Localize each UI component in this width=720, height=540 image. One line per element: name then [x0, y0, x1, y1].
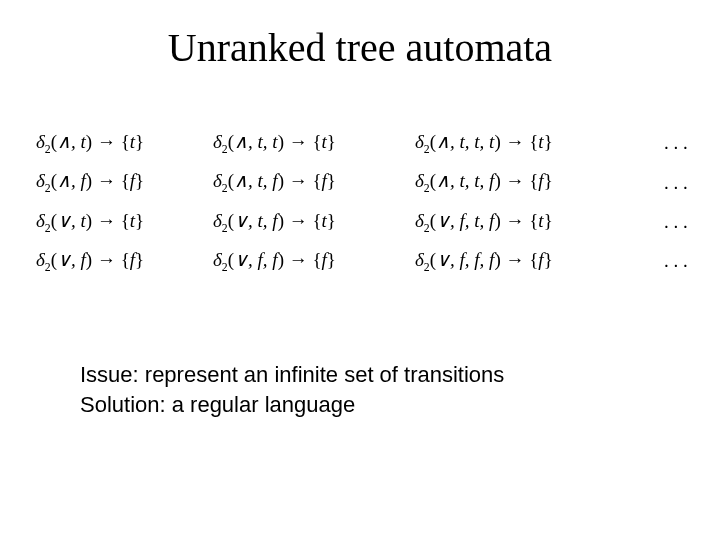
formula-cell: δ2(∨, t) → {t}: [35, 207, 212, 238]
caption-line-1: Issue: represent an infinite set of tran…: [80, 360, 504, 390]
ellipsis: . . .: [662, 167, 695, 198]
slide: Unranked tree automata δ2(∧, t) → {t}δ2(…: [0, 0, 720, 540]
formula-row: δ2(∧, t) → {t}δ2(∧, t, t) → {t}δ2(∧, t, …: [35, 128, 695, 159]
formula-cell: δ2(∧, t, f) → {f}: [212, 167, 414, 198]
formula-cell: δ2(∨, f) → {f}: [35, 246, 212, 277]
formula-cell: δ2(∧, t, t) → {t}: [212, 128, 414, 159]
formula-row: δ2(∧, f) → {f}δ2(∧, t, f) → {f}δ2(∧, t, …: [35, 167, 695, 198]
ellipsis: . . .: [662, 246, 695, 277]
formula-cell: δ2(∨, f, t, f) → {t}: [414, 207, 662, 238]
formula-row: δ2(∨, f) → {f}δ2(∨, f, f) → {f}δ2(∨, f, …: [35, 246, 695, 277]
ellipsis: . . .: [662, 207, 695, 238]
caption-line-2: Solution: a regular language: [80, 390, 504, 420]
caption-block: Issue: represent an infinite set of tran…: [80, 360, 504, 419]
formula-cell: δ2(∨, f, f, f) → {f}: [414, 246, 662, 277]
formula-cell: δ2(∧, t, t, t) → {t}: [414, 128, 662, 159]
slide-title: Unranked tree automata: [0, 24, 720, 71]
formula-cell: δ2(∨, t, f) → {t}: [212, 207, 414, 238]
formula-block: δ2(∧, t) → {t}δ2(∧, t, t) → {t}δ2(∧, t, …: [35, 120, 695, 285]
formula-row: δ2(∨, t) → {t}δ2(∨, t, f) → {t}δ2(∨, f, …: [35, 207, 695, 238]
formula-cell: δ2(∧, f) → {f}: [35, 167, 212, 198]
formula-cell: δ2(∧, t, t, f) → {f}: [414, 167, 662, 198]
formula-cell: δ2(∨, f, f) → {f}: [212, 246, 414, 277]
formula-cell: δ2(∧, t) → {t}: [35, 128, 212, 159]
ellipsis: . . .: [662, 128, 695, 159]
formula-table: δ2(∧, t) → {t}δ2(∧, t, t) → {t}δ2(∧, t, …: [35, 120, 695, 285]
